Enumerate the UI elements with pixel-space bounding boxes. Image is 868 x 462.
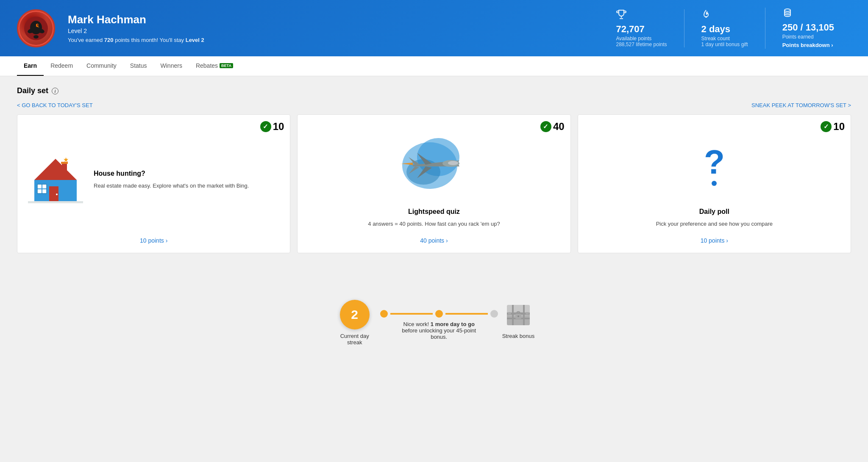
user-name: Mark Hachman (68, 13, 204, 26)
svg-point-42 (517, 315, 519, 317)
points-earned-value: 250 / 13,105 (782, 22, 834, 33)
card-lightspeed: ✓ 40 (297, 114, 570, 253)
card-2-footer: 40 points › (306, 237, 562, 244)
stat-earned: 250 / 13,105 Points earned Points breakd… (765, 8, 851, 49)
card-2-points-link[interactable]: 40 points › (420, 237, 448, 244)
svg-rect-21 (28, 201, 83, 203)
svg-point-8 (705, 16, 707, 18)
main-content: Daily set i < GO BACK TO TODAY'S SET SNE… (0, 76, 868, 287)
check-icon-1: ✓ (260, 121, 271, 132)
streak-bonus-item: Streak bonus (502, 300, 535, 339)
svg-point-4 (37, 24, 39, 25)
card-1-points-link[interactable]: 10 points › (140, 237, 167, 244)
streak-timeline-row: 2 Current day streak Nice work! 1 more d… (334, 300, 535, 346)
streak-day-label: Current day streak (334, 333, 376, 346)
card-house-hunting: ✓ 10 (17, 114, 290, 253)
available-points-value: 72,707 (616, 24, 667, 35)
streak-middle: Nice work! 1 more day to go before unloc… (380, 300, 498, 340)
stat-points: 72,707 Available points 288,527 lifetime… (599, 9, 684, 47)
card-1-body: House hunting? Real estate made easy. Ex… (26, 132, 281, 228)
trophy-icon (616, 9, 667, 22)
coins-icon (782, 8, 834, 20)
svg-point-7 (33, 35, 39, 39)
points-earned-label: Points earned (782, 34, 834, 40)
streak-dot-3 (490, 310, 498, 318)
streak-value: 2 days (701, 24, 748, 35)
user-info: Mark Hachman Level 2 You've earned 720 p… (68, 13, 204, 43)
card-2-badge: ✓ 40 (540, 121, 565, 133)
card-2-text: Lightspeed quiz 4 answers = 40 points. H… (368, 208, 500, 228)
streak-middle-label: Nice work! 1 more day to go before unloc… (397, 321, 481, 340)
card-2-body: Lightspeed quiz 4 answers = 40 points. H… (306, 132, 562, 228)
card-1-text: House hunting? Real estate made easy. Ex… (94, 170, 249, 190)
streak-sub: 1 day until bonus gift (701, 41, 748, 47)
question-image: ? (672, 132, 757, 199)
nav-rebates[interactable]: RebatesBETA (189, 56, 240, 76)
beta-badge: BETA (220, 63, 233, 68)
nav-row: < GO BACK TO TODAY'S SET SNEAK PEEK AT T… (17, 102, 851, 108)
card-3-text: Daily poll Pick your preference and see … (656, 208, 773, 228)
svg-rect-44 (526, 312, 529, 314)
svg-rect-39 (512, 305, 514, 325)
nav-winners[interactable]: Winners (154, 56, 189, 76)
card-1-footer: 10 points › (26, 237, 281, 244)
card-daily-poll: ✓ 10 ? Daily poll Pick your preference a… (578, 114, 851, 253)
svg-marker-10 (34, 159, 77, 180)
question-mark: ? (704, 145, 725, 179)
streak-day-item: 2 Current day streak (334, 300, 376, 346)
streak-dot-2 (435, 310, 443, 318)
check-icon-3: ✓ (821, 121, 832, 132)
jet-image (392, 132, 476, 199)
streak-day-circle: 2 (340, 300, 370, 329)
streak-label: Streak count (701, 36, 748, 41)
info-icon[interactable]: i (52, 88, 58, 94)
card-1-badge: ✓ 10 (260, 121, 284, 133)
streak-line-2 (445, 313, 488, 315)
svg-rect-12 (61, 162, 68, 164)
user-level: Level 2 (68, 28, 204, 34)
house-image (26, 155, 85, 205)
card-3-footer: 10 points › (587, 237, 842, 244)
section-title: Daily set i (17, 86, 851, 95)
svg-point-27 (448, 161, 458, 165)
avatar (17, 9, 55, 47)
user-message: You've earned 720 points this month! You… (68, 37, 204, 43)
streak-dots-row (380, 310, 498, 318)
streak-line-1 (390, 313, 433, 315)
nav-bar: Earn Redeem Community Status Winners Reb… (0, 56, 868, 76)
header-stats: 72,707 Available points 288,527 lifetime… (599, 8, 851, 49)
card-3-badge: ✓ 10 (821, 121, 845, 133)
streak-chest-image (504, 300, 533, 329)
svg-marker-13 (64, 157, 68, 162)
points-breakdown-link[interactable]: Points breakdown › (782, 42, 833, 48)
streak-section: 2 Current day streak Nice work! 1 more d… (0, 287, 868, 362)
svg-rect-43 (508, 312, 511, 314)
streak-bonus-label: Streak bonus (502, 333, 535, 339)
check-icon-2: ✓ (540, 121, 551, 132)
nav-redeem[interactable]: Redeem (44, 56, 80, 76)
nav-community[interactable]: Community (80, 56, 123, 76)
streak-dot-1 (380, 310, 388, 318)
back-link[interactable]: < GO BACK TO TODAY'S SET (17, 102, 93, 108)
stat-streak: 2 days Streak count 1 day until bonus gi… (684, 9, 765, 47)
card-3-body: ? Daily poll Pick your preference and se… (587, 132, 842, 228)
header: Mark Hachman Level 2 You've earned 720 p… (0, 0, 868, 56)
nav-earn[interactable]: Earn (17, 56, 44, 76)
svg-point-16 (56, 194, 58, 195)
cards-grid: ✓ 10 (17, 114, 851, 253)
svg-rect-40 (523, 305, 525, 325)
lifetime-points: 288,527 lifetime points (616, 41, 667, 47)
nav-status[interactable]: Status (123, 56, 154, 76)
flame-icon (701, 9, 748, 22)
available-points-label: Available points (616, 36, 667, 41)
sneak-peek-link[interactable]: SNEAK PEEK AT TOMORROW'S SET > (751, 102, 851, 108)
card-3-points-link[interactable]: 10 points › (701, 237, 728, 244)
svg-point-9 (785, 9, 790, 11)
svg-rect-11 (62, 163, 67, 172)
